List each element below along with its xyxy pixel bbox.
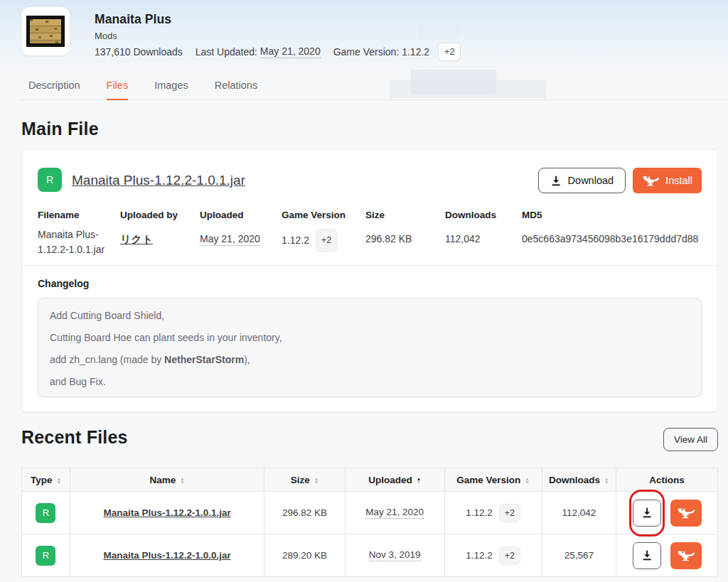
release-type-badge: R — [36, 503, 55, 523]
extra-versions-badge[interactable]: +2 — [499, 504, 520, 522]
changelog-text: Add Cutting Board Shield, Cutting Board … — [38, 298, 702, 397]
table-header-row: Type ▲▼ Name ▲▼ Size ▲▼ Uploaded ▲▼ Game… — [22, 468, 717, 491]
file-link[interactable]: Manaita Plus-1.12.2-1.0.1.jar — [103, 507, 230, 518]
row-download-button[interactable] — [633, 500, 661, 527]
sort-icon: ▲▼ — [525, 477, 529, 484]
banner-decoration — [418, 26, 461, 37]
detail-uploaded: Uploaded May 21, 2020 — [200, 210, 277, 247]
table-row: R Manaita Plus-1.12.2-1.0.0.jar 289.20 K… — [22, 534, 717, 576]
project-category: Mods — [95, 31, 171, 41]
cutting-board-icon — [26, 16, 65, 47]
view-all-button[interactable]: View All — [663, 428, 718, 451]
page: Manaita Plus Mods 137,610 Downloads Last… — [0, 0, 728, 582]
download-button[interactable]: Download — [538, 168, 626, 193]
release-type-badge: R — [38, 168, 62, 192]
main-file-link[interactable]: Manaita Plus-1.12.2-1.0.1.jar — [72, 173, 245, 188]
tab-description[interactable]: Description — [28, 80, 80, 99]
tab-images[interactable]: Images — [154, 80, 188, 99]
recent-files-table: Type ▲▼ Name ▲▼ Size ▲▼ Uploaded ▲▼ Game… — [21, 468, 718, 577]
last-updated-label: Last Updated: — [196, 46, 257, 58]
main-file-actions: Download Install — [538, 168, 702, 193]
detail-downloads: Downloads 112,042 — [445, 210, 516, 247]
row-install-button[interactable] — [670, 542, 702, 569]
column-header-name[interactable]: Name ▲▼ — [70, 468, 264, 491]
download-icon — [641, 507, 653, 519]
changelog-heading: Changelog — [38, 278, 89, 289]
divider — [22, 265, 717, 266]
install-button[interactable]: Install — [633, 168, 702, 193]
project-header: Manaita Plus Mods — [95, 12, 171, 41]
anvil-icon — [642, 175, 660, 187]
tab-relations[interactable]: Relations — [215, 80, 257, 99]
table-row: R Manaita Plus-1.12.2-1.0.1.jar 296.82 K… — [22, 491, 717, 534]
sort-icon: ▲▼ — [604, 477, 609, 484]
filename-value: Manaita Plus-1.12.2-1.0.1.jar — [38, 227, 117, 257]
sort-icon-ascending: ▲▼ — [417, 477, 421, 484]
download-icon — [641, 549, 653, 561]
downloads-count: 137,610 Downloads — [95, 46, 183, 58]
column-header-uploaded[interactable]: Uploaded ▲▼ — [346, 468, 445, 491]
column-header-type[interactable]: Type ▲▼ — [22, 468, 70, 491]
column-header-size[interactable]: Size ▲▼ — [264, 468, 345, 491]
release-type-badge: R — [36, 546, 55, 566]
game-version-value: 1.12.2 — [402, 46, 429, 58]
detail-size: Size 296.82 KB — [365, 210, 437, 247]
anvil-icon — [677, 549, 695, 562]
project-icon-card — [21, 7, 70, 55]
sort-icon: ▲▼ — [57, 477, 61, 484]
sort-icon: ▲▼ — [314, 477, 318, 484]
anvil-icon — [677, 507, 695, 519]
last-updated-date[interactable]: May 21, 2020 — [260, 45, 321, 58]
uploaded-date[interactable]: May 21, 2020 — [365, 507, 424, 519]
extra-versions-badge[interactable]: +2 — [438, 43, 461, 61]
detail-game-version: Game Version 1.12.2 +2 — [282, 210, 360, 252]
sort-icon: ▲▼ — [180, 477, 184, 484]
project-title: Manaita Plus — [95, 12, 171, 27]
recent-files-heading: Recent Files — [21, 427, 128, 448]
main-file-heading: Main File — [21, 119, 99, 139]
row-download-button[interactable] — [633, 542, 661, 569]
download-icon — [550, 175, 562, 187]
file-link[interactable]: Manaita Plus-1.12.2-1.0.0.jar — [103, 550, 230, 561]
detail-md5: MD5 0e5c663a973456098b3e16179ddd7d88 — [522, 210, 714, 247]
column-header-downloads[interactable]: Downloads ▲▼ — [542, 468, 617, 491]
detail-filename: Filename Manaita Plus-1.12.2-1.0.1.jar — [38, 210, 117, 257]
md5-value: 0e5c663a973456098b3e16179ddd7d88 — [522, 232, 714, 247]
uploaded-date[interactable]: Nov 3, 2019 — [369, 549, 421, 561]
tab-files[interactable]: Files — [107, 80, 129, 100]
tab-bar: Description Files Images Relations — [21, 80, 728, 100]
project-stats: 137,610 Downloads Last Updated: May 21, … — [95, 43, 461, 61]
extra-versions-badge[interactable]: +2 — [316, 229, 337, 252]
game-version-label: Game Version: — [333, 46, 400, 58]
column-header-game-version[interactable]: Game Version ▲▼ — [445, 468, 542, 491]
author-link[interactable]: リクト — [120, 233, 153, 245]
extra-versions-badge[interactable]: +2 — [499, 546, 520, 565]
detail-uploaded-by: Uploaded by リクト — [120, 210, 194, 247]
row-install-button[interactable] — [670, 500, 702, 527]
uploaded-date[interactable]: May 21, 2020 — [200, 233, 260, 246]
column-header-actions: Actions — [616, 468, 717, 491]
main-file-card: R Manaita Plus-1.12.2-1.0.1.jar Download — [21, 149, 718, 412]
